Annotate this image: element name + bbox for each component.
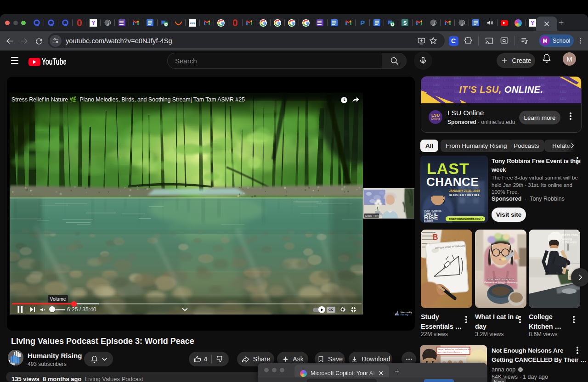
svg-text:Vietnamese living in Germany: Vietnamese living in Germany <box>484 281 518 284</box>
svg-text:REGISTER FOR FREE: REGISTER FOR FREE <box>449 193 481 197</box>
svg-text:you never know influencers: you never know influencers <box>438 351 462 353</box>
svg-text:TIMETORISESUMMIT.COM ↗: TIMETORISESUMMIT.COM ↗ <box>449 218 483 220</box>
svg-text:CHANCE: CHANCE <box>426 175 479 189</box>
svg-text:Diane Tillman: Diane Tillman <box>365 214 382 217</box>
svg-text:in the water: in the water <box>562 241 577 244</box>
svg-text:what I eat in a day as a: what I eat in a day as a <box>487 278 514 281</box>
svg-text:pouring: pouring <box>562 237 572 241</box>
svg-text:Guys, I believe her she looks: Guys, I believe her she looks nice, but <box>438 348 471 350</box>
svg-text:JANUARY 29-31, 2025: JANUARY 29-31, 2025 <box>449 189 480 193</box>
svg-text:SUMMIT: SUMMIT <box>424 219 433 222</box>
svg-text:B: B <box>433 233 438 241</box>
svg-text:but as I was: but as I was <box>562 233 578 236</box>
